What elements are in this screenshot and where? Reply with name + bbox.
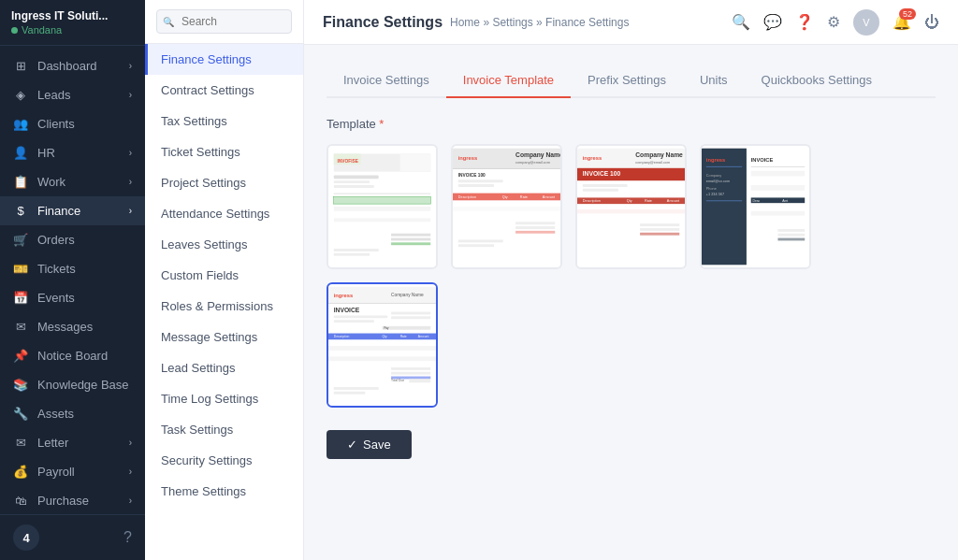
sidebar-item-dashboard[interactable]: ⊞ Dashboard › bbox=[0, 51, 145, 80]
tab-quickbooks-settings[interactable]: Quickbooks Settings bbox=[745, 64, 890, 98]
svg-rect-17 bbox=[391, 242, 430, 245]
template-card-2[interactable]: ingress Company Name company@email.com I… bbox=[451, 144, 562, 269]
sidebar-icon-leads: ◈ bbox=[13, 88, 28, 102]
sidebar-item-clients[interactable]: 👥 Clients bbox=[0, 109, 145, 138]
topbar-left: Finance Settings Home » Settings » Finan… bbox=[323, 14, 629, 31]
settings-item-attendance-settings[interactable]: Attendance Settings bbox=[145, 198, 303, 229]
template-card-3[interactable]: ingress Company Name company@email.com I… bbox=[575, 144, 687, 269]
settings-item-security-settings[interactable]: Security Settings bbox=[145, 445, 303, 476]
sidebar-item-events[interactable]: 📅 Events bbox=[0, 283, 145, 312]
avatar[interactable]: V bbox=[853, 9, 879, 36]
svg-text:Desc: Desc bbox=[753, 199, 761, 203]
settings-search-input[interactable] bbox=[156, 9, 292, 34]
sidebar-item-work[interactable]: 📋 Work › bbox=[0, 167, 145, 196]
sidebar-item-left-messages: ✉ Messages bbox=[13, 320, 93, 334]
sidebar-item-orders[interactable]: 🛒 Orders bbox=[0, 225, 145, 254]
sidebar-item-label-dashboard: Dashboard bbox=[37, 59, 97, 73]
sidebar-user: Vandana bbox=[11, 24, 134, 36]
svg-text:Rate: Rate bbox=[645, 199, 652, 203]
svg-text:Qty: Qty bbox=[627, 199, 632, 203]
tabs: Invoice SettingsInvoice TemplatePrefix S… bbox=[327, 64, 936, 98]
sidebar-item-letter[interactable]: ✉ Letter › bbox=[0, 428, 145, 457]
template-card-4[interactable]: ingress Company email@co.com Phone +1 23… bbox=[700, 144, 811, 269]
tab-prefix-settings[interactable]: Prefix Settings bbox=[571, 64, 683, 98]
sidebar-nav: ⊞ Dashboard › ◈ Leads › 👥 Clients 👤 HR ›… bbox=[0, 46, 145, 514]
svg-text:INVOICE 100: INVOICE 100 bbox=[458, 173, 486, 178]
svg-rect-90 bbox=[328, 303, 436, 304]
settings-item-tax-settings[interactable]: Tax Settings bbox=[145, 106, 303, 136]
settings-item-finance-settings[interactable]: Finance Settings bbox=[145, 44, 303, 75]
svg-rect-96 bbox=[383, 326, 431, 330]
settings-item-roles-permissions[interactable]: Roles & Permissions bbox=[145, 291, 303, 322]
svg-text:company@email.com: company@email.com bbox=[515, 161, 550, 165]
sidebar-item-notice-board[interactable]: 📌 Notice Board bbox=[0, 341, 145, 370]
sidebar-item-knowledge-base[interactable]: 📚 Knowledge Base bbox=[0, 370, 145, 399]
template-card-1[interactable]: INVOFISE bbox=[327, 144, 438, 269]
sidebar-item-tickets[interactable]: 🎫 Tickets bbox=[0, 254, 145, 283]
sidebar-item-hr[interactable]: 👤 HR › bbox=[0, 138, 145, 167]
sidebar-icon-messages: ✉ bbox=[13, 320, 28, 334]
search-icon[interactable]: 🔍 bbox=[732, 13, 750, 31]
settings-item-lead-settings[interactable]: Lead Settings bbox=[145, 352, 303, 383]
sidebar-item-assets[interactable]: 🔧 Assets bbox=[0, 399, 145, 428]
svg-rect-111 bbox=[409, 379, 430, 382]
sidebar-item-label-messages: Messages bbox=[37, 320, 93, 334]
notification-wrap: 🔔 52 bbox=[893, 13, 911, 31]
svg-text:email@co.com: email@co.com bbox=[706, 179, 730, 183]
svg-text:Rate: Rate bbox=[520, 195, 528, 199]
settings-item-leaves-settings[interactable]: Leaves Settings bbox=[145, 229, 303, 260]
settings-item-contract-settings[interactable]: Contract Settings bbox=[145, 75, 303, 106]
settings-item-time-log-settings[interactable]: Time Log Settings bbox=[145, 383, 303, 414]
settings-item-task-settings[interactable]: Task Settings bbox=[145, 414, 303, 445]
settings-item-custom-fields[interactable]: Custom Fields bbox=[145, 260, 303, 291]
sidebar-item-payroll[interactable]: 💰 Payroll › bbox=[0, 457, 145, 486]
sidebar-item-left-payroll: 💰 Payroll bbox=[13, 465, 75, 479]
page-title: Finance Settings bbox=[323, 14, 443, 31]
svg-rect-103 bbox=[328, 340, 436, 345]
chevron-icon-dashboard: › bbox=[129, 61, 132, 71]
tab-units[interactable]: Units bbox=[683, 64, 745, 98]
svg-text:Qty: Qty bbox=[502, 195, 508, 199]
tab-invoice-template[interactable]: Invoice Template bbox=[446, 64, 571, 98]
sidebar-item-purchase[interactable]: 🛍 Purchase › bbox=[0, 486, 145, 514]
sidebar-item-left-assets: 🔧 Assets bbox=[13, 407, 74, 421]
sidebar-item-left-finance: $ Finance bbox=[13, 204, 80, 218]
svg-rect-56 bbox=[577, 205, 685, 209]
topbar-right: 🔍 💬 ❓ ⚙ V 🔔 52 ⏻ bbox=[732, 9, 939, 36]
chat-icon[interactable]: 💬 bbox=[763, 13, 782, 31]
svg-rect-58 bbox=[577, 214, 685, 219]
sidebar-icon-hr: 👤 bbox=[13, 146, 28, 160]
settings-item-message-settings[interactable]: Message Settings bbox=[145, 322, 303, 352]
svg-rect-14 bbox=[334, 223, 431, 227]
svg-rect-95 bbox=[391, 316, 430, 319]
sidebar-item-label-knowledge-base: Knowledge Base bbox=[37, 378, 129, 392]
sidebar-item-left-hr: 👤 HR bbox=[13, 146, 55, 160]
tab-invoice-settings[interactable]: Invoice Settings bbox=[327, 64, 446, 98]
settings-item-ticket-settings[interactable]: Ticket Settings bbox=[145, 136, 303, 167]
svg-rect-104 bbox=[328, 346, 436, 351]
svg-rect-36 bbox=[453, 211, 560, 216]
power-icon[interactable]: ⏻ bbox=[924, 14, 939, 31]
sidebar-item-label-work: Work bbox=[37, 175, 65, 189]
help-icon[interactable]: ❓ bbox=[795, 13, 814, 31]
sidebar-item-leads[interactable]: ◈ Leads › bbox=[0, 80, 145, 109]
sidebar-item-finance[interactable]: $ Finance › bbox=[0, 196, 145, 225]
svg-text:Description: Description bbox=[583, 199, 601, 203]
template-card-5[interactable]: ingress Company Name INVOICE Pay Descrip… bbox=[327, 282, 438, 408]
svg-rect-9 bbox=[334, 196, 431, 204]
settings-item-project-settings[interactable]: Project Settings bbox=[145, 167, 303, 198]
svg-rect-8 bbox=[334, 194, 431, 194]
settings-item-theme-settings[interactable]: Theme Settings bbox=[145, 476, 303, 507]
svg-rect-35 bbox=[453, 207, 560, 211]
svg-text:Amount: Amount bbox=[667, 199, 680, 203]
settings-icon[interactable]: ⚙ bbox=[827, 13, 840, 31]
svg-text:ingress: ingress bbox=[706, 157, 725, 163]
save-button[interactable]: ✓ Save bbox=[327, 430, 412, 459]
chevron-icon-purchase: › bbox=[129, 495, 132, 506]
svg-text:company@email.com: company@email.com bbox=[635, 161, 670, 165]
sidebar-item-left-dashboard: ⊞ Dashboard bbox=[13, 59, 97, 73]
sidebar-item-messages[interactable]: ✉ Messages bbox=[0, 312, 145, 341]
svg-text:Company Name: Company Name bbox=[391, 293, 424, 297]
help-icon[interactable]: ? bbox=[123, 529, 132, 546]
svg-rect-71 bbox=[706, 200, 742, 201]
